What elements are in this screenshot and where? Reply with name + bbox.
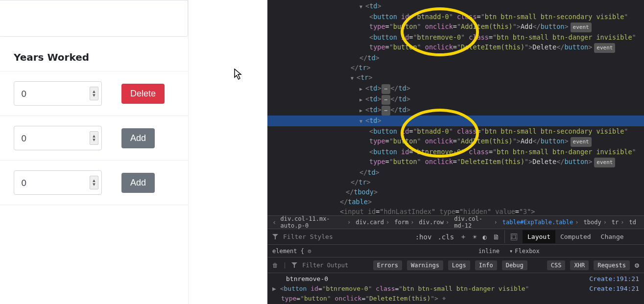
close-td: </td> [267,53,644,63]
crumb[interactable]: tr [612,219,626,226]
input-value: 0 [21,133,26,143]
chip-css[interactable]: CSS [547,260,566,270]
styles-toolbar: Filter Styles :hov .cls ＋ ☀ ◐ 🗎 ⿴ Layout… [267,229,644,245]
crumb[interactable]: div.card [356,219,391,226]
sidepanel-toggle-icon[interactable]: ⿴ [511,233,518,241]
tab-changes[interactable]: Change [596,230,629,243]
trash-icon[interactable]: 🗑 [272,262,278,269]
hidden-input-node[interactable]: <input id="hdnLastIndex" type="hidden" v… [267,207,644,216]
filter-icon[interactable] [272,234,278,240]
inline-label: inline [478,248,500,255]
section-heading: Years Worked [0,37,188,71]
chip-errors[interactable]: Errors [373,260,402,270]
table-row: 0 ▲▼ Delete [0,71,188,116]
mouse-cursor-icon [234,69,243,80]
event-badge[interactable]: event [571,23,592,32]
source-link[interactable]: Create:194:21 [589,284,639,294]
crumb[interactable]: tbody [584,219,609,226]
crumb[interactable]: div.col-11.mx-auto.p-0 [280,215,353,229]
button-node-cont: type="button" onclick="DeleteItem(this)"… [267,157,644,167]
contrast-icon[interactable]: ◐ [483,233,487,241]
close-tbody: </tbody> [267,187,644,197]
console-log: type="button" onclick="DeleteItem(this)"… [272,294,446,304]
console-log: ▶ <button id="btnremove-0" class="btn bt… [272,284,529,294]
close-table: </table> [267,197,644,207]
chip-requests[interactable]: Requests [594,260,630,270]
years-input[interactable]: 0 ▲▼ [14,81,102,106]
td-collapsed[interactable]: <td>⋯</td> [267,94,644,105]
chip-logs[interactable]: Logs [448,260,470,270]
flexbox-section[interactable]: ▾ Flexbox [504,245,644,257]
crumb[interactable]: div.row [419,219,451,226]
event-badge[interactable]: event [571,137,592,147]
add-button[interactable]: Add [121,128,155,148]
print-icon[interactable]: 🗎 [493,233,500,241]
event-badge[interactable]: event [594,158,615,167]
card-outline [0,0,188,37]
console-toolbar: 🗑 | Filter Output Errors Warnings Logs I… [267,257,644,273]
chip-info[interactable]: Info [475,260,497,270]
close-tr: </tr> [267,63,644,72]
years-input[interactable]: 0 ▲▼ [14,170,102,195]
rules-header: element { ⚙ inline [267,245,504,257]
filter-styles-input[interactable]: Filter Styles [283,233,333,240]
years-input[interactable]: 0 ▲▼ [14,126,102,150]
chip-debug[interactable]: Debug [502,260,527,270]
table-row: 0 ▲▼ Add [0,161,188,205]
spinner-control[interactable]: ▲▼ [90,87,98,100]
close-td: </td> [267,167,644,177]
tr-node[interactable]: <tr> [267,72,644,83]
crumb[interactable]: div.col-md-12 [454,215,500,229]
plus-icon[interactable]: ＋ [460,233,467,241]
chip-xhr[interactable]: XHR [570,260,589,270]
target-icon[interactable]: ⌖ [442,295,446,302]
annotation-highlight [401,109,479,158]
filter-output-input[interactable]: Filter Output [302,262,348,269]
cls-toggle[interactable]: .cls [437,233,454,241]
crumb[interactable]: form [394,219,416,226]
crumb[interactable]: td [629,219,640,226]
light-dark-icon[interactable]: ☀ [473,233,477,241]
form-pane: Years Worked 0 ▲▼ Delete 0 ▲▼ Add 0 ▲▼ A… [0,0,189,304]
close-tr: </tr> [267,177,644,187]
filter-icon[interactable] [291,262,297,268]
add-button[interactable]: Add [121,173,155,193]
spinner-control[interactable]: ▲▼ [90,176,98,189]
console-log: btnremove-0 [272,274,328,284]
gear-icon[interactable]: ⚙ [308,248,311,255]
input-value: 0 [21,89,26,99]
chevron-left-icon[interactable]: ‹ [271,218,277,226]
breadcrumb[interactable]: ‹ div.col-11.mx-auto.p-0 div.card form d… [267,215,644,229]
input-value: 0 [21,178,26,188]
hov-toggle[interactable]: :hov [415,233,432,241]
event-badge[interactable]: event [594,43,615,53]
table-row: 0 ▲▼ Add [0,116,188,161]
gear-icon[interactable]: ⚙ [635,261,639,270]
crumb[interactable]: table#ExpTable.table [502,219,581,226]
tab-layout[interactable]: Layout [523,230,555,243]
td-collapsed[interactable]: <td>⋯</td> [267,83,644,94]
spinner-control[interactable]: ▲▼ [90,131,98,145]
annotation-highlight [401,7,479,56]
tab-computed[interactable]: Computed [555,230,596,243]
source-link[interactable]: Create:191:21 [589,274,639,284]
chip-warnings[interactable]: Warnings [407,260,443,270]
console-output[interactable]: btnremove-0Create:191:21 ▶ <button id="b… [267,273,644,304]
delete-button[interactable]: Delete [121,84,165,104]
